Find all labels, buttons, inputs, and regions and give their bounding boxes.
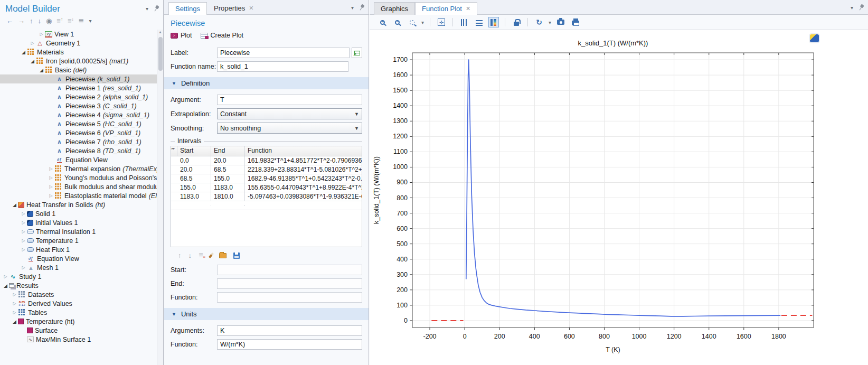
- cell-end[interactable]: 155.0: [211, 174, 245, 183]
- scene-refresh-icon[interactable]: ↻: [534, 17, 544, 27]
- y-grid-icon[interactable]: [474, 17, 484, 27]
- tree-item-piecewise-2[interactable]: ∧Piecewise 2(alpha_solid_1): [0, 92, 157, 101]
- units-section-header[interactable]: ▼Units: [164, 308, 369, 320]
- extrapolation-select[interactable]: Constant▼: [217, 108, 362, 119]
- label-input[interactable]: [217, 48, 350, 58]
- tree-item-temperature-ht-[interactable]: ◢Temperature (ht): [0, 317, 157, 326]
- tree-item-equation-view[interactable]: ∂ƒEquation View: [0, 155, 157, 164]
- expand-arrow-icon[interactable]: ▷: [38, 32, 45, 36]
- x-grid-icon[interactable]: [459, 17, 469, 27]
- expand-arrow-icon[interactable]: ▷: [11, 292, 18, 297]
- snapshot-icon[interactable]: [555, 17, 566, 27]
- cell-start[interactable]: 155.0: [177, 183, 211, 192]
- move-up-icon[interactable]: ↑: [30, 17, 33, 25]
- plot-button[interactable]: Plot: [171, 32, 192, 39]
- tree-item-piecewise-4[interactable]: ∧Piecewise 4(sigma_solid_1): [0, 110, 157, 119]
- expand-arrow-icon[interactable]: ▷: [20, 211, 27, 216]
- tree-item-iron-solid-0-00025-s-[interactable]: ◢Iron [solid,0.00025/s](mat1): [0, 57, 157, 65]
- cell-start[interactable]: 0.0: [177, 156, 211, 165]
- forward-icon[interactable]: →: [18, 17, 25, 25]
- zoom-box-icon[interactable]: [407, 17, 417, 27]
- back-icon[interactable]: ←: [6, 17, 13, 25]
- tree-item-piecewise-1[interactable]: ∧Piecewise 1(res_solid_1): [0, 83, 157, 92]
- scroll-up-icon[interactable]: ▲: [158, 30, 162, 34]
- tree-item-young-s-modulus-and-poisson-s-ratio[interactable]: ▷Young's modulus and Poisson's ratio: [0, 173, 157, 182]
- interval-row[interactable]: 0.020.0161.9832*T^1+4.851772*T^2-0.79069…: [171, 156, 362, 165]
- expand-arrow-icon[interactable]: ▷: [29, 41, 36, 45]
- tree-item-heat-flux-1[interactable]: ▷Heat Flux 1: [0, 245, 157, 254]
- panel-menu-caret-icon[interactable]: ▾: [146, 6, 148, 12]
- rename-button[interactable]: [352, 48, 362, 58]
- tree-item-results[interactable]: ◢Results: [0, 281, 157, 290]
- tree-item-derived-values[interactable]: ▷8.85e-12Derived Values: [0, 299, 157, 308]
- tree-item-piecewise-3[interactable]: ∧Piecewise 3(C_solid_1): [0, 101, 157, 110]
- show-icon[interactable]: ◉: [46, 17, 52, 25]
- smoothing-select[interactable]: No smoothing▼: [217, 123, 362, 134]
- move-down-icon[interactable]: ↓: [38, 17, 42, 25]
- scrollbar-thumb[interactable]: [158, 37, 163, 71]
- zoom-menu-caret-icon[interactable]: ▾: [421, 20, 424, 25]
- expand-arrow-icon[interactable]: ▷: [11, 310, 18, 315]
- expand-arrow-icon[interactable]: ▷: [48, 184, 54, 189]
- argument-input[interactable]: [217, 95, 362, 105]
- tree-item-bulk-modulus-and-shear-modulus[interactable]: ▷Bulk modulus and shear modulus: [0, 182, 157, 191]
- tab-function-plot[interactable]: Function Plot✕: [415, 2, 477, 15]
- end-input[interactable]: [217, 278, 362, 289]
- cell-function[interactable]: 2218.339+23.88314*T^1-5.081026*T^2+0.137…: [245, 165, 362, 174]
- cell-end[interactable]: 20.0: [211, 156, 245, 165]
- tree-item-study-1[interactable]: ▷∿Study 1: [0, 272, 157, 281]
- tree-item-surface[interactable]: Surface: [0, 326, 157, 335]
- delete-row-icon[interactable]: ≣: [199, 252, 203, 259]
- function-plot[interactable]: -200020040060080010001200140016001800010…: [370, 30, 868, 365]
- expand-arrow-icon[interactable]: ▷: [20, 265, 27, 270]
- panel-menu-caret-icon[interactable]: ▾: [851, 5, 853, 11]
- cell-end[interactable]: 1183.0: [211, 183, 245, 192]
- cell-start[interactable]: 68.5: [177, 174, 211, 183]
- cell-empty[interactable]: [211, 205, 245, 206]
- table-corner-icon[interactable]: ▸▸: [171, 146, 177, 156]
- tree-item-piecewise-5[interactable]: ∧Piecewise 5(HC_solid_1): [0, 119, 157, 128]
- tree-item-datasets[interactable]: ▷Datasets: [0, 290, 157, 299]
- tree-item-piecewise-8[interactable]: ∧Piecewise 8(TD_solid_1): [0, 146, 157, 155]
- close-icon[interactable]: ✕: [466, 5, 470, 12]
- definition-section-header[interactable]: ▼Definition: [164, 77, 369, 89]
- tab-properties[interactable]: Properties✕: [207, 2, 260, 14]
- tree-item-thermal-expansion[interactable]: ▷Thermal expansion(ThermalExpansion): [0, 164, 157, 173]
- tree-item-materials[interactable]: ◢Materials: [0, 48, 157, 57]
- expand-arrow-icon[interactable]: ▷: [20, 247, 27, 252]
- interval-row[interactable]: 20.068.52218.339+23.88314*T^1-5.081026*T…: [171, 165, 362, 174]
- zoom-out-icon[interactable]: −: [392, 17, 402, 27]
- collapse-arrow-icon[interactable]: ◢: [29, 59, 36, 64]
- tree-item-heat-transfer-in-solids[interactable]: ◢Heat Transfer in Solids(ht): [0, 200, 157, 209]
- tree-scrollbar[interactable]: ▲: [157, 30, 163, 365]
- tree-item-thermal-insulation-1[interactable]: ▷Thermal Insulation 1: [0, 227, 157, 236]
- tab-graphics[interactable]: Graphics: [374, 2, 415, 15]
- cell-start[interactable]: 1183.0: [177, 192, 211, 201]
- collapse-arrow-icon[interactable]: ◢: [20, 50, 27, 55]
- units-function-input[interactable]: [217, 339, 362, 350]
- load-file-icon[interactable]: [219, 253, 227, 258]
- expand-arrow-icon[interactable]: ▷: [48, 175, 54, 180]
- row-down-icon[interactable]: ↓: [188, 251, 192, 259]
- expand-arrow-icon[interactable]: ▷: [48, 193, 54, 198]
- tree-item-view-1[interactable]: ▷xyView 1: [0, 30, 157, 39]
- model-tree-options-icon[interactable]: ≣: [79, 17, 84, 25]
- cell-function[interactable]: 155.6355-0.4470943*T^1+8.9922E-4*T^2-9.8…: [245, 183, 362, 192]
- interval-row[interactable]: 68.5155.01682.9-46.91385*T^1+0.5423243*T…: [171, 174, 362, 183]
- cell-empty[interactable]: [245, 205, 362, 206]
- tree-item-equation-view[interactable]: ∂ƒEquation View: [0, 254, 157, 263]
- cell-end[interactable]: 68.5: [211, 165, 245, 174]
- arguments-input[interactable]: [217, 325, 362, 336]
- zoom-extents-icon[interactable]: ✛: [436, 17, 447, 27]
- tree-item-max-min-surface-1[interactable]: ∿Max/Min Surface 1: [0, 335, 157, 344]
- cell-function[interactable]: 161.9832*T^1+4.851772*T^2-0.7906936*T^3+…: [245, 156, 362, 165]
- interval-row[interactable]: 155.01183.0155.6355-0.4470943*T^1+8.9922…: [171, 183, 362, 192]
- expand-arrow-icon[interactable]: ▷: [48, 166, 54, 171]
- tree-item-temperature-1[interactable]: ▷Temperature 1: [0, 236, 157, 245]
- plot-window-icon[interactable]: [810, 34, 819, 42]
- close-icon[interactable]: ✕: [249, 5, 253, 12]
- tree-item-piecewise-7[interactable]: ∧Piecewise 7(rho_solid_1): [0, 137, 157, 146]
- pin-icon[interactable]: [857, 3, 865, 12]
- interval-row[interactable]: 1183.01810.0-5.097463+0.03983086*T^1-9.9…: [171, 192, 362, 201]
- expand-all-icon[interactable]: ≡↓: [68, 17, 74, 25]
